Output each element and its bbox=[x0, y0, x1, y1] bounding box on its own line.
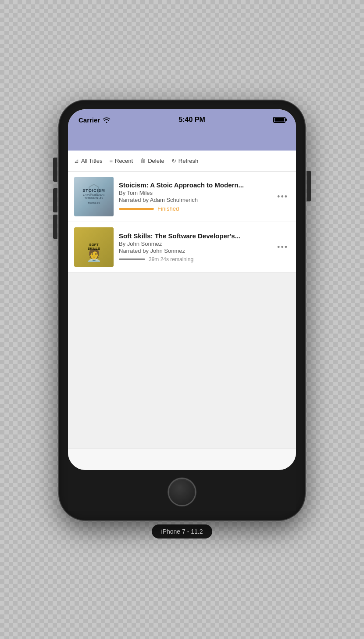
book-title-stoicism: Stoicism: A Stoic Approach to Modern... bbox=[119, 181, 270, 189]
book-cover-softskills: SOFTSKILLS 🧑‍💼 bbox=[74, 227, 114, 267]
book-author-softskills: By John Sonmez bbox=[119, 241, 270, 247]
phone-frame: Carrier 5:40 PM bbox=[59, 101, 305, 520]
filter-icon: ⊿ bbox=[74, 158, 79, 164]
refresh-button[interactable]: ↻ Refresh bbox=[168, 154, 202, 168]
delete-icon: 🗑 bbox=[140, 158, 146, 164]
book-author-stoicism: By Tom Miles bbox=[119, 190, 270, 196]
toolbar: ⊿ All Titles ≡ Recent 🗑 Delete ↻ Refresh bbox=[68, 151, 296, 172]
delete-button[interactable]: 🗑 Delete bbox=[136, 154, 168, 168]
book-narrator-softskills: Narrated by John Sonmez bbox=[119, 248, 270, 254]
progress-bar-softskills bbox=[119, 258, 145, 260]
recent-button[interactable]: ≡ Recent bbox=[106, 154, 136, 168]
progress-label-softskills: 39m 24s remaining bbox=[149, 256, 193, 262]
book-narrator-stoicism: Narrated by Adam Schulmerich bbox=[119, 197, 270, 203]
refresh-icon: ↻ bbox=[171, 158, 176, 164]
header-bar bbox=[68, 129, 296, 151]
device-label: iPhone 7 - 11.2 bbox=[152, 524, 213, 538]
all-titles-button[interactable]: ⊿ All Titles bbox=[71, 154, 106, 168]
more-options-softskills[interactable]: ••• bbox=[275, 239, 290, 255]
recent-icon: ≡ bbox=[109, 158, 113, 164]
wifi-icon bbox=[103, 117, 111, 123]
battery-fill bbox=[275, 118, 284, 122]
book-progress-stoicism: Finished bbox=[119, 205, 270, 212]
book-progress-softskills: 39m 24s remaining bbox=[119, 256, 270, 262]
home-button[interactable] bbox=[168, 478, 196, 506]
more-options-stoicism[interactable]: ••• bbox=[275, 189, 290, 205]
book-item-stoicism[interactable]: STOICISM A STOIC APPROACHTO MODERN LIFE … bbox=[68, 172, 296, 222]
book-info-stoicism: Stoicism: A Stoic Approach to Modern... … bbox=[119, 181, 270, 212]
phone-screen: Carrier 5:40 PM bbox=[68, 109, 296, 470]
battery-indicator bbox=[273, 117, 285, 123]
book-title-softskills: Soft Skills: The Software Developer's... bbox=[119, 232, 270, 240]
battery-icon bbox=[273, 117, 285, 123]
status-bar: Carrier 5:40 PM bbox=[68, 109, 296, 129]
empty-list-area bbox=[68, 273, 296, 448]
bottom-bar bbox=[68, 448, 296, 470]
home-button-area bbox=[68, 470, 296, 511]
phone-wrapper: Carrier 5:40 PM bbox=[59, 101, 305, 538]
progress-label-stoicism: Finished bbox=[157, 205, 179, 212]
book-cover-stoicism: STOICISM A STOIC APPROACHTO MODERN LIFE … bbox=[74, 177, 114, 216]
status-time: 5:40 PM bbox=[178, 116, 205, 124]
carrier-label: Carrier bbox=[79, 116, 111, 124]
progress-bar-stoicism bbox=[119, 208, 154, 210]
book-item-softskills[interactable]: SOFTSKILLS 🧑‍💼 Soft Skills: The Software… bbox=[68, 222, 296, 273]
book-info-softskills: Soft Skills: The Software Developer's...… bbox=[119, 232, 270, 262]
